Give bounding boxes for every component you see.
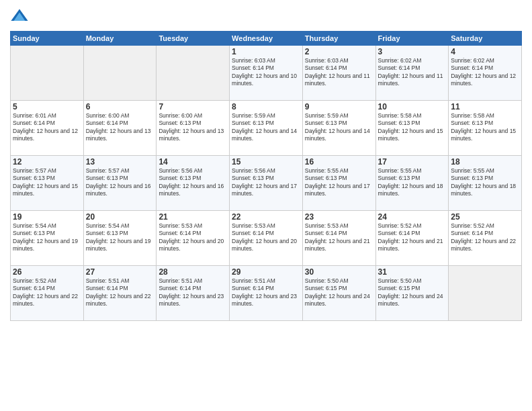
calendar-cell: 1Sunrise: 6:03 AMSunset: 6:14 PMDaylight… xyxy=(230,46,303,101)
calendar-week-2: 5Sunrise: 6:01 AMSunset: 6:14 PMDaylight… xyxy=(11,101,522,156)
day-info: Sunrise: 5:52 AMSunset: 6:14 PMDaylight:… xyxy=(13,277,81,308)
calendar-cell: 10Sunrise: 5:58 AMSunset: 6:13 PMDayligh… xyxy=(375,101,449,156)
header-cell-friday: Friday xyxy=(375,32,449,46)
calendar-cell: 14Sunrise: 5:56 AMSunset: 6:13 PMDayligh… xyxy=(157,156,230,211)
header-cell-monday: Monday xyxy=(83,32,157,46)
calendar-cell: 15Sunrise: 5:56 AMSunset: 6:13 PMDayligh… xyxy=(230,156,303,211)
calendar-cell xyxy=(11,46,84,101)
calendar-header: SundayMondayTuesdayWednesdayThursdayFrid… xyxy=(11,32,522,46)
calendar-cell: 7Sunrise: 6:00 AMSunset: 6:13 PMDaylight… xyxy=(157,101,230,156)
calendar-cell: 26Sunrise: 5:52 AMSunset: 6:14 PMDayligh… xyxy=(11,266,84,321)
calendar-cell: 28Sunrise: 5:51 AMSunset: 6:14 PMDayligh… xyxy=(157,266,230,321)
day-number: 15 xyxy=(232,157,300,167)
calendar-week-3: 12Sunrise: 5:57 AMSunset: 6:13 PMDayligh… xyxy=(11,156,522,211)
day-number: 20 xyxy=(86,212,154,222)
day-number: 8 xyxy=(232,102,300,111)
day-number: 24 xyxy=(378,212,447,222)
day-number: 31 xyxy=(378,267,447,277)
calendar-cell: 27Sunrise: 5:51 AMSunset: 6:14 PMDayligh… xyxy=(83,266,157,321)
header-cell-thursday: Thursday xyxy=(302,32,375,46)
day-number: 30 xyxy=(305,267,373,277)
day-info: Sunrise: 5:59 AMSunset: 6:13 PMDaylight:… xyxy=(232,112,300,143)
day-number: 2 xyxy=(305,47,373,56)
day-info: Sunrise: 6:02 AMSunset: 6:14 PMDaylight:… xyxy=(378,57,447,88)
calendar-cell xyxy=(83,46,157,101)
day-info: Sunrise: 5:52 AMSunset: 6:14 PMDaylight:… xyxy=(378,222,447,253)
calendar-cell: 4Sunrise: 6:02 AMSunset: 6:14 PMDaylight… xyxy=(449,46,522,101)
calendar-week-1: 1Sunrise: 6:03 AMSunset: 6:14 PMDaylight… xyxy=(11,46,522,101)
day-number: 6 xyxy=(86,102,154,111)
day-number: 19 xyxy=(13,212,81,222)
page-container: SundayMondayTuesdayWednesdayThursdayFrid… xyxy=(0,0,532,324)
calendar-cell: 22Sunrise: 5:53 AMSunset: 6:14 PMDayligh… xyxy=(230,211,303,266)
calendar-cell: 29Sunrise: 5:51 AMSunset: 6:14 PMDayligh… xyxy=(230,266,303,321)
day-info: Sunrise: 5:53 AMSunset: 6:14 PMDaylight:… xyxy=(232,222,300,253)
calendar-cell: 24Sunrise: 5:52 AMSunset: 6:14 PMDayligh… xyxy=(375,211,449,266)
day-info: Sunrise: 5:53 AMSunset: 6:14 PMDaylight:… xyxy=(305,222,373,253)
calendar-cell: 17Sunrise: 5:55 AMSunset: 6:13 PMDayligh… xyxy=(375,156,449,211)
calendar-cell: 23Sunrise: 5:53 AMSunset: 6:14 PMDayligh… xyxy=(302,211,375,266)
day-info: Sunrise: 6:03 AMSunset: 6:14 PMDaylight:… xyxy=(232,57,300,88)
calendar-cell: 2Sunrise: 6:03 AMSunset: 6:14 PMDaylight… xyxy=(302,46,375,101)
day-info: Sunrise: 5:57 AMSunset: 6:13 PMDaylight:… xyxy=(13,167,81,198)
calendar-cell: 6Sunrise: 6:00 AMSunset: 6:14 PMDaylight… xyxy=(83,101,157,156)
page-header xyxy=(10,7,522,26)
day-number: 16 xyxy=(305,157,373,167)
calendar-cell: 16Sunrise: 5:55 AMSunset: 6:13 PMDayligh… xyxy=(302,156,375,211)
day-number: 29 xyxy=(232,267,300,277)
day-info: Sunrise: 5:56 AMSunset: 6:13 PMDaylight:… xyxy=(232,167,300,198)
day-info: Sunrise: 5:57 AMSunset: 6:13 PMDaylight:… xyxy=(86,167,154,198)
day-number: 1 xyxy=(232,47,300,56)
calendar-cell: 30Sunrise: 5:50 AMSunset: 6:15 PMDayligh… xyxy=(302,266,375,321)
day-info: Sunrise: 6:00 AMSunset: 6:13 PMDaylight:… xyxy=(159,112,227,143)
day-number: 12 xyxy=(13,157,81,167)
day-number: 17 xyxy=(378,157,447,167)
day-number: 28 xyxy=(159,267,227,277)
calendar-cell: 12Sunrise: 5:57 AMSunset: 6:13 PMDayligh… xyxy=(11,156,84,211)
day-number: 4 xyxy=(451,47,519,56)
header-cell-sunday: Sunday xyxy=(11,32,84,46)
day-info: Sunrise: 5:54 AMSunset: 6:13 PMDaylight:… xyxy=(86,222,154,253)
day-info: Sunrise: 5:55 AMSunset: 6:13 PMDaylight:… xyxy=(378,167,447,198)
day-number: 14 xyxy=(159,157,227,167)
day-info: Sunrise: 6:00 AMSunset: 6:14 PMDaylight:… xyxy=(86,112,154,143)
logo xyxy=(10,7,30,26)
calendar-week-5: 26Sunrise: 5:52 AMSunset: 6:14 PMDayligh… xyxy=(11,266,522,321)
day-info: Sunrise: 6:01 AMSunset: 6:14 PMDaylight:… xyxy=(13,112,81,143)
day-info: Sunrise: 5:58 AMSunset: 6:13 PMDaylight:… xyxy=(378,112,447,143)
day-info: Sunrise: 5:50 AMSunset: 6:15 PMDaylight:… xyxy=(305,277,373,308)
calendar-cell xyxy=(157,46,230,101)
header-cell-wednesday: Wednesday xyxy=(230,32,303,46)
day-number: 22 xyxy=(232,212,300,222)
day-number: 27 xyxy=(86,267,154,277)
day-info: Sunrise: 5:52 AMSunset: 6:14 PMDaylight:… xyxy=(451,222,519,253)
day-info: Sunrise: 5:58 AMSunset: 6:13 PMDaylight:… xyxy=(451,112,519,143)
calendar-cell: 9Sunrise: 5:59 AMSunset: 6:13 PMDaylight… xyxy=(302,101,375,156)
day-info: Sunrise: 5:50 AMSunset: 6:15 PMDaylight:… xyxy=(378,277,447,308)
day-info: Sunrise: 5:54 AMSunset: 6:13 PMDaylight:… xyxy=(13,222,81,253)
calendar-cell: 25Sunrise: 5:52 AMSunset: 6:14 PMDayligh… xyxy=(449,211,522,266)
calendar-body: 1Sunrise: 6:03 AMSunset: 6:14 PMDaylight… xyxy=(11,46,522,321)
calendar-cell: 31Sunrise: 5:50 AMSunset: 6:15 PMDayligh… xyxy=(375,266,449,321)
calendar-cell: 18Sunrise: 5:55 AMSunset: 6:13 PMDayligh… xyxy=(449,156,522,211)
day-number: 21 xyxy=(159,212,227,222)
day-info: Sunrise: 5:55 AMSunset: 6:13 PMDaylight:… xyxy=(451,167,519,198)
calendar-table: SundayMondayTuesdayWednesdayThursdayFrid… xyxy=(10,31,522,321)
day-info: Sunrise: 5:51 AMSunset: 6:14 PMDaylight:… xyxy=(232,277,300,308)
header-cell-saturday: Saturday xyxy=(449,32,522,46)
day-info: Sunrise: 5:53 AMSunset: 6:14 PMDaylight:… xyxy=(159,222,227,253)
day-number: 3 xyxy=(378,47,447,56)
day-number: 25 xyxy=(451,212,519,222)
calendar-cell: 3Sunrise: 6:02 AMSunset: 6:14 PMDaylight… xyxy=(375,46,449,101)
day-number: 13 xyxy=(86,157,154,167)
day-info: Sunrise: 6:03 AMSunset: 6:14 PMDaylight:… xyxy=(305,57,373,88)
calendar-cell: 20Sunrise: 5:54 AMSunset: 6:13 PMDayligh… xyxy=(83,211,157,266)
day-number: 18 xyxy=(451,157,519,167)
day-number: 7 xyxy=(159,102,227,111)
calendar-cell: 11Sunrise: 5:58 AMSunset: 6:13 PMDayligh… xyxy=(449,101,522,156)
day-number: 10 xyxy=(378,102,447,111)
day-number: 9 xyxy=(305,102,373,111)
header-row: SundayMondayTuesdayWednesdayThursdayFrid… xyxy=(11,32,522,46)
day-number: 11 xyxy=(451,102,519,111)
calendar-week-4: 19Sunrise: 5:54 AMSunset: 6:13 PMDayligh… xyxy=(11,211,522,266)
